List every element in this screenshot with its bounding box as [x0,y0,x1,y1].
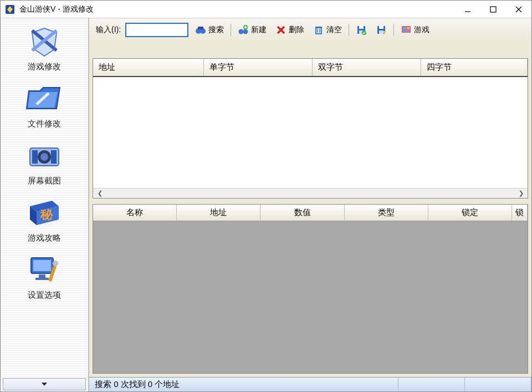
toolbar: 输入(I): 搜索 新建 删除 清空 [89,18,531,42]
table-header-row: 地址 单字节 双字节 四字节 [93,59,528,77]
svg-rect-29 [198,27,203,29]
delete-label: 删除 [289,25,304,35]
chevron-down-icon [42,383,47,386]
svg-point-16 [40,153,48,161]
column-address[interactable]: 地址 [177,205,260,221]
new-button[interactable]: 新建 [236,23,269,37]
horizontal-scrollbar[interactable]: ❮ ❯ [93,188,528,198]
edit-list-table: 名称 地址 数值 类型 锁定 锁 [93,204,528,374]
camera-icon [24,138,64,172]
clear-button[interactable]: 清空 [311,23,344,37]
sidebar-item-game-modify[interactable]: 游戏修改 [1,18,88,75]
main-area: 输入(I): 搜索 新建 删除 清空 [89,18,531,391]
maximize-icon [490,6,497,13]
sidebar: 游戏修改 文件修改 屏幕截图 秘 [1,18,89,391]
sidebar-scroll-down[interactable] [3,378,86,390]
swords-shield-icon [24,24,64,58]
column-name[interactable]: 名称 [93,205,177,221]
svg-rect-23 [39,274,45,278]
column-address[interactable]: 地址 [93,59,204,76]
separator [349,24,349,36]
svg-rect-47 [379,30,383,34]
new-label: 新建 [251,25,267,35]
scroll-left-icon: ❮ [95,190,104,197]
column-lock-partial[interactable]: 锁 [512,205,528,221]
sidebar-item-screenshot[interactable]: 屏幕截图 [1,133,88,190]
svg-rect-52 [403,30,410,32]
svg-rect-50 [403,27,406,29]
titlebar: 金山游侠V - 游戏修改 [1,1,531,18]
book-secret-icon: 秘 [24,195,64,230]
statusbar: 搜索 0 次找到 0 个地址 [89,377,531,391]
separator [231,24,231,36]
floppy-open-icon [376,24,387,35]
clear-label: 清空 [326,25,342,35]
edit-list-body[interactable] [93,221,528,373]
delete-x-icon [275,24,287,35]
separator [393,24,394,36]
svg-text:秘: 秘 [40,207,53,221]
sidebar-item-label: 设置选项 [1,290,88,301]
svg-rect-51 [407,27,410,29]
svg-rect-3 [490,7,496,12]
game-label: 游戏 [414,25,429,35]
folder-edit-icon [24,81,64,115]
sidebar-item-label: 文件修改 [1,119,88,129]
svg-rect-46 [379,26,383,29]
sidebar-item-label: 游戏修改 [1,62,88,72]
sidebar-item-label: 屏幕截图 [1,176,88,186]
app-icon [5,4,15,14]
sidebar-item-label: 游戏攻略 [1,233,88,243]
svg-point-30 [239,29,244,34]
minimize-icon [464,6,471,13]
window-title: 金山游侠V - 游戏修改 [19,4,455,14]
search-result-body[interactable] [93,77,528,188]
game-button[interactable]: 游戏 [398,23,432,37]
minimize-button[interactable] [455,1,480,18]
floppy-save-icon [356,24,367,35]
svg-point-26 [53,261,58,266]
input-label: 输入(I): [96,25,121,35]
open-button[interactable] [374,23,389,37]
svg-rect-42 [359,26,364,29]
game-icon [401,24,412,35]
delete-button[interactable]: 删除 [273,23,306,37]
svg-rect-37 [316,28,321,34]
maximize-button[interactable] [480,1,506,18]
search-label: 搜索 [208,25,224,35]
save-button[interactable] [354,23,369,37]
svg-rect-24 [35,278,49,280]
status-cell-3 [465,378,531,391]
svg-rect-14 [51,150,57,164]
search-input[interactable] [125,23,188,37]
svg-rect-13 [32,150,38,164]
status-cell-2 [398,378,465,391]
search-result-table: 地址 单字节 双字节 四字节 ❮ ❯ [93,58,528,198]
close-icon [515,6,522,13]
sidebar-item-file-modify[interactable]: 文件修改 [1,75,88,133]
scroll-right-icon: ❯ [516,190,525,197]
sidebar-item-game-guide[interactable]: 秘 游戏攻略 [1,190,88,247]
column-double-byte[interactable]: 双字节 [313,59,421,76]
search-button[interactable]: 搜索 [193,23,226,37]
sidebar-item-settings[interactable]: 设置选项 [1,247,88,304]
svg-rect-22 [33,260,51,271]
svg-rect-38 [315,27,322,28]
column-type[interactable]: 类型 [345,205,428,221]
svg-point-31 [243,29,248,34]
column-lock[interactable]: 锁定 [428,205,512,221]
column-single-byte[interactable]: 单字节 [204,59,313,76]
trash-icon [313,24,324,35]
column-value[interactable]: 数值 [260,205,344,221]
column-quad-byte[interactable]: 四字节 [421,59,528,76]
binoculars-plus-icon [238,24,249,35]
status-text: 搜索 0 次找到 0 个地址 [89,378,398,391]
table-header-row: 名称 地址 数值 类型 锁定 锁 [93,205,528,221]
monitor-wrench-icon [24,252,64,287]
binoculars-icon [195,24,206,35]
close-button[interactable] [506,1,531,18]
